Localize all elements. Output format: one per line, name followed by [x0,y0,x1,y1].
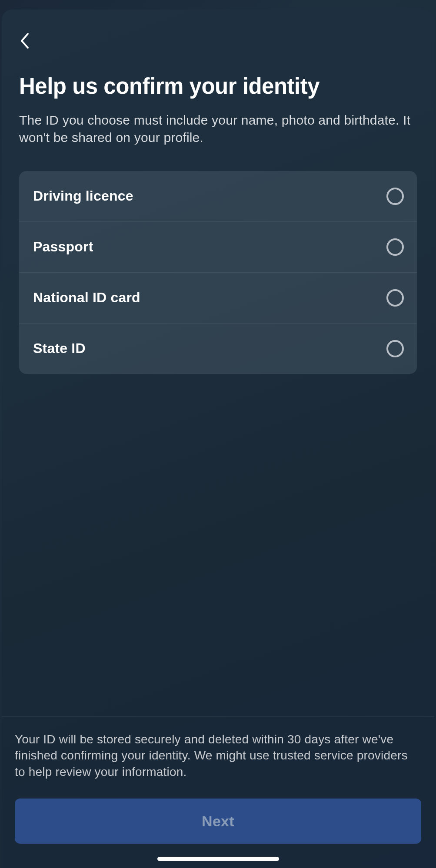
page-subtitle: The ID you choose must include your name… [19,112,417,147]
radio-unchecked-icon [386,188,404,205]
option-national-id[interactable]: National ID card [19,273,417,323]
header-area: Help us confirm your identity The ID you… [2,10,434,147]
modal-sheet: Help us confirm your identity The ID you… [2,10,434,868]
option-label: Passport [33,239,93,255]
back-button[interactable] [16,32,33,50]
option-passport[interactable]: Passport [19,222,417,273]
chevron-left-icon [18,32,30,50]
option-label: National ID card [33,290,140,306]
option-driving-licence[interactable]: Driving licence [19,171,417,222]
next-button-label: Next [202,813,234,830]
footer-area: Your ID will be stored securely and dele… [2,716,434,868]
modal-overlay: Help us confirm your identity The ID you… [0,0,436,868]
option-label: Driving licence [33,188,133,204]
radio-unchecked-icon [386,238,404,256]
radio-unchecked-icon [386,340,404,357]
page-title: Help us confirm your identity [19,74,417,99]
option-label: State ID [33,340,86,356]
next-button[interactable]: Next [15,799,421,844]
radio-unchecked-icon [386,289,404,307]
footer-disclaimer: Your ID will be stored securely and dele… [15,731,421,780]
home-indicator[interactable] [157,857,279,861]
option-state-id[interactable]: State ID [19,323,417,374]
id-options-list: Driving licence Passport National ID car… [19,171,417,374]
